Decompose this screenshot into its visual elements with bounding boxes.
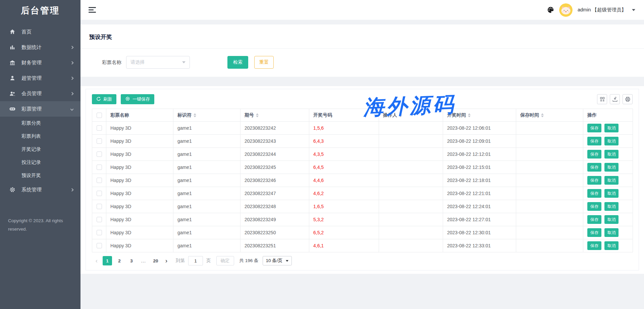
search-button[interactable]: 检索	[227, 56, 248, 69]
save-button[interactable]: 保存	[587, 215, 601, 224]
table-panel: 刷新 一键保存	[80, 86, 644, 274]
row-checkbox-cell	[92, 174, 106, 187]
cancel-button[interactable]: 取消	[604, 150, 619, 159]
cancel-button[interactable]: 取消	[604, 137, 619, 145]
user-menu[interactable]: admin 【超级管理员】	[578, 7, 626, 13]
cell-lottery-name: Happy 3D	[106, 226, 173, 239]
table-row: Happy 3Dgame12023082232481,6,52023-08-22…	[92, 200, 633, 213]
filter-row: 彩票名称 请选择 检索 重置	[89, 56, 635, 69]
export-icon[interactable]	[610, 94, 620, 104]
sidebar-subitem-彩票分类[interactable]: 彩票分类	[0, 117, 80, 130]
sidebar-item-首页[interactable]: 首页	[0, 24, 80, 40]
goto-page-input[interactable]	[188, 256, 203, 265]
row-checkbox[interactable]	[97, 178, 102, 183]
save-button[interactable]: 保存	[587, 202, 601, 211]
chevron-right-icon	[70, 188, 74, 191]
chart-icon	[9, 44, 16, 51]
save-button[interactable]: 保存	[587, 124, 601, 132]
cell-save-time	[516, 174, 583, 187]
page-ellipsis: ...	[139, 256, 148, 265]
reset-button[interactable]: 重置	[254, 56, 274, 69]
lottery-name-select[interactable]: 请选择	[126, 56, 190, 69]
sidebar-item-财务管理[interactable]: 财务管理	[0, 55, 80, 70]
cell-draw-time: 2023-08-22 12:18:01	[443, 174, 516, 187]
sort-icon[interactable]	[468, 113, 471, 117]
sidebar-item-系统管理[interactable]: 系统管理	[0, 182, 80, 197]
sidebar-item-label: 彩票管理	[21, 106, 71, 112]
sort-icon[interactable]	[399, 113, 402, 117]
row-checkbox-cell	[92, 161, 106, 174]
column-header: 保存时间	[516, 109, 583, 122]
columns-icon[interactable]	[597, 94, 607, 104]
cell-issue: 202308223249	[240, 213, 309, 226]
sidebar-subitem-彩票列表[interactable]: 彩票列表	[0, 130, 80, 143]
save-button[interactable]: 保存	[587, 176, 601, 185]
total-count-label: 共 196 条	[239, 258, 259, 264]
row-checkbox[interactable]	[97, 230, 102, 235]
page-button-20[interactable]: 20	[151, 256, 160, 265]
refresh-button[interactable]: 刷新	[92, 94, 116, 104]
cell-actions: 保存取消	[583, 226, 633, 239]
sidebar-collapse-icon[interactable]	[89, 7, 96, 13]
preset-draw-table: 彩票名称标识符期号开奖号码操作人开奖时间保存时间操作 Happy 3Dgame1…	[92, 109, 633, 252]
sort-icon[interactable]	[256, 113, 259, 117]
cancel-button[interactable]: 取消	[604, 228, 619, 237]
cancel-button[interactable]: 取消	[604, 241, 619, 250]
cell-draw-time: 2023-08-22 12:06:01	[443, 122, 516, 135]
page-button-2[interactable]: 2	[115, 256, 124, 265]
page-button-1[interactable]: 1	[103, 256, 112, 265]
per-page-select[interactable]: 10 条/页	[263, 256, 292, 265]
cancel-button[interactable]: 取消	[604, 163, 619, 172]
cancel-button[interactable]: 取消	[604, 202, 619, 211]
cell-draw-time: 2023-08-22 12:24:01	[443, 200, 516, 213]
cell-draw-time: 2023-08-22 12:27:01	[443, 213, 516, 226]
save-button[interactable]: 保存	[587, 228, 601, 237]
sidebar-item-会员管理[interactable]: 会员管理	[0, 86, 80, 101]
page-button-3[interactable]: 3	[127, 256, 136, 265]
row-checkbox[interactable]	[97, 204, 102, 209]
theme-palette-icon[interactable]	[547, 6, 554, 13]
save-button[interactable]: 保存	[587, 137, 601, 145]
table-card: 刷新 一键保存	[86, 89, 639, 270]
sidebar-item-超管管理[interactable]: 超管管理	[0, 70, 80, 86]
row-checkbox[interactable]	[97, 165, 102, 170]
save-button[interactable]: 保存	[587, 163, 601, 172]
column-header-inner: 操作	[587, 112, 597, 118]
cancel-button[interactable]: 取消	[604, 215, 619, 224]
sidebar-item-label: 首页	[21, 29, 73, 35]
row-checkbox[interactable]	[97, 125, 102, 131]
cell-operator	[379, 200, 443, 213]
goto-confirm-button[interactable]: 确定	[216, 256, 234, 265]
save-all-button[interactable]: 一键保存	[121, 94, 154, 104]
save-button[interactable]: 保存	[587, 189, 601, 198]
cell-issue: 202308223243	[240, 135, 309, 148]
sidebar-item-彩票管理[interactable]: 彩票管理	[0, 101, 80, 117]
row-checkbox[interactable]	[97, 191, 102, 196]
cell-lottery-name: Happy 3D	[106, 200, 173, 213]
sidebar-subitem-开奖记录[interactable]: 开奖记录	[0, 143, 80, 156]
user-avatar[interactable]	[559, 3, 573, 17]
print-icon[interactable]	[623, 94, 633, 104]
sort-icon[interactable]	[541, 113, 544, 117]
sidebar-subitem-预设开奖[interactable]: 预设开奖	[0, 169, 80, 182]
save-button[interactable]: 保存	[587, 150, 601, 159]
row-checkbox[interactable]	[97, 243, 102, 248]
sort-icon[interactable]	[194, 113, 196, 117]
row-checkbox-cell	[92, 213, 106, 226]
table-row: Happy 3Dgame12023082232464,4,62023-08-22…	[92, 174, 633, 187]
cell-save-time	[516, 187, 583, 200]
sidebar-item-数据统计[interactable]: 数据统计	[0, 40, 80, 55]
prev-page-icon[interactable]: ‹	[92, 256, 101, 265]
select-all-checkbox[interactable]	[97, 113, 102, 118]
row-checkbox[interactable]	[97, 151, 102, 157]
row-checkbox[interactable]	[97, 217, 102, 222]
cell-save-time	[516, 122, 583, 135]
table-row: Happy 3Dgame12023082232444,3,52023-08-22…	[92, 148, 633, 161]
cancel-button[interactable]: 取消	[604, 124, 619, 132]
row-checkbox[interactable]	[97, 138, 102, 144]
cancel-button[interactable]: 取消	[604, 189, 619, 198]
next-page-icon[interactable]: ›	[162, 256, 171, 265]
save-button[interactable]: 保存	[587, 241, 601, 250]
sidebar-subitem-投注记录[interactable]: 投注记录	[0, 156, 80, 169]
cancel-button[interactable]: 取消	[604, 176, 619, 185]
